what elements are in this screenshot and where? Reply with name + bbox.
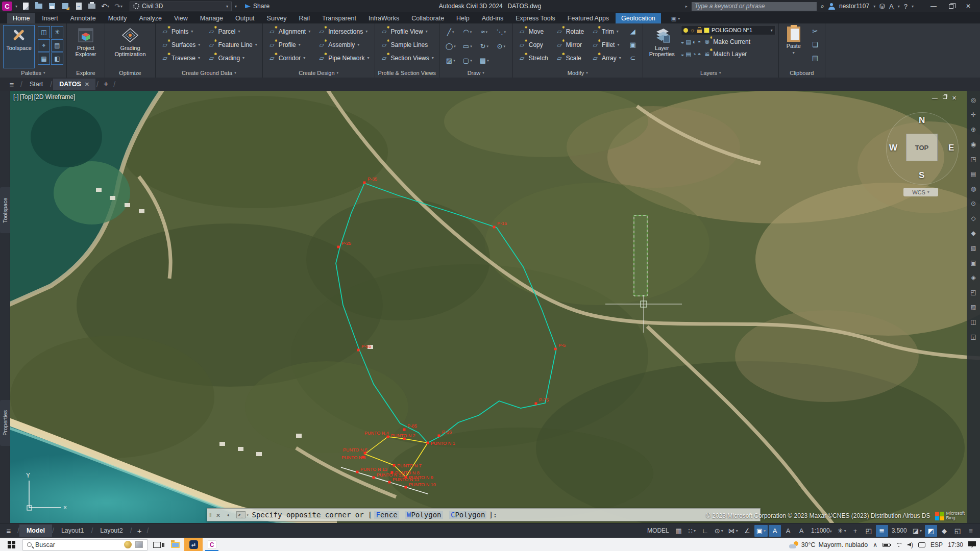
viewcube-north[interactable]: N	[919, 115, 925, 126]
cut-button[interactable]: ✂	[808, 25, 822, 38]
vp-minimize-icon[interactable]: —	[932, 95, 938, 102]
civil3d-taskbar-button[interactable]: C	[203, 538, 221, 551]
panel-label-create-ground-data[interactable]: Create Ground Data▾	[156, 68, 262, 78]
ellipse-button[interactable]: ⊙▾	[493, 39, 509, 53]
annotation-monitor[interactable]: +	[849, 525, 862, 537]
ribbon-tab-view[interactable]: View	[168, 13, 193, 23]
survey-toggle[interactable]: ⌖	[38, 39, 50, 52]
elevation-value[interactable]: 3.500	[889, 527, 910, 534]
ribbon-tab-home[interactable]: Home	[7, 13, 35, 23]
prospector-toggle[interactable]: ◫	[38, 26, 50, 38]
file-tab-datos[interactable]: DATOS ✕	[53, 79, 95, 90]
showmotion-icon[interactable]: ◳	[968, 154, 978, 164]
psv-profile-view-button[interactable]: ▱Profile View▾	[378, 25, 436, 38]
design-intersections-button[interactable]: ▱Intersections▾	[315, 25, 371, 38]
calculator-toggle[interactable]: ▦	[38, 53, 50, 65]
panel-label-layers[interactable]: Layers▾	[643, 68, 778, 78]
new-layout-button[interactable]: +	[132, 527, 147, 535]
file-tabs-menu-icon[interactable]: ≡	[4, 79, 19, 89]
ribbon-tab-geolocation[interactable]: Geolocation	[616, 13, 661, 23]
design-profile-button[interactable]: ▱Profile▾	[266, 38, 312, 51]
workspace-dropdown[interactable]: Civil 3D ▾	[130, 2, 232, 11]
command-line-customize-icon[interactable]: ✦	[223, 511, 233, 518]
hatch-tool-icon[interactable]: ▨	[968, 302, 978, 312]
screen-cast-icon[interactable]	[918, 542, 925, 547]
copy-clip-button[interactable]: ❏	[808, 38, 822, 51]
design-corridor-button[interactable]: ▱Corridor▾	[266, 52, 312, 64]
globe-icon[interactable]: ◍	[968, 184, 978, 194]
command-keyword-wpolygon[interactable]: WPolygon	[405, 511, 443, 519]
start-button[interactable]	[0, 538, 22, 551]
capture-icon[interactable]: ◲	[968, 332, 978, 342]
ribbon-tab-featured-apps[interactable]: Featured Apps	[562, 13, 615, 23]
ground-parcel-button[interactable]: ▱Parcel▾	[205, 25, 259, 38]
snap-mode[interactable]: ∷▾	[686, 525, 698, 537]
toolbox-toggle[interactable]: ▤	[51, 39, 63, 52]
share-button[interactable]: Share	[245, 3, 270, 10]
quick-properties[interactable]: ◪▾	[911, 525, 924, 537]
annotation-scale-flag[interactable]: A	[795, 525, 807, 537]
modify-array-button[interactable]: ▱Array▾	[589, 52, 623, 64]
surface-elevation[interactable]: ≣	[876, 525, 888, 537]
properties-side-tab[interactable]: Properties	[0, 400, 10, 446]
customization-menu[interactable]: ≡	[965, 525, 977, 537]
redo-button[interactable]: ↷▾	[113, 1, 124, 11]
close-tab-icon[interactable]: ✕	[85, 81, 89, 88]
taskbar-search-input[interactable]: Buscar	[22, 539, 148, 550]
layout1-tab[interactable]: Layout1	[54, 524, 91, 537]
panel-label-modify[interactable]: Modify▾	[513, 68, 643, 78]
annotation-autoscale[interactable]: A	[782, 525, 794, 537]
modify-stretch-button[interactable]: ▱Stretch	[516, 52, 550, 64]
ribbon-tab-transparent[interactable]: Transparent	[316, 13, 362, 23]
ground-grading-button[interactable]: ▱Grading▾	[205, 52, 259, 64]
ribbon-tab-survey[interactable]: Survey	[261, 13, 292, 23]
lock-ui[interactable]: ◩	[925, 525, 937, 537]
target-icon[interactable]: ◫	[968, 317, 978, 327]
polyline-button[interactable]: ↻▾	[476, 39, 493, 53]
minimize-button[interactable]: —	[925, 0, 942, 12]
revision-cloud-button[interactable]: ≈▾	[476, 25, 493, 39]
erase-button[interactable]: ◢	[626, 25, 640, 38]
construction-line-button[interactable]: ⋱▾	[493, 25, 509, 39]
search-icon[interactable]: ⌕	[821, 2, 824, 10]
volume-icon[interactable]: )	[908, 541, 913, 548]
toolspace-button[interactable]: Toolspace	[3, 25, 35, 68]
modify-trim-button[interactable]: ▱Trim▾	[589, 25, 623, 38]
arc-button[interactable]: ◠▾	[459, 25, 476, 39]
layer-properties-button[interactable]: Layer Properties	[646, 25, 678, 68]
teamviewer-button[interactable]: ⇄	[184, 538, 203, 551]
rectangle-button[interactable]: ▭▾	[459, 39, 476, 53]
polar-tracking[interactable]: ⊙▾	[713, 525, 725, 537]
workspace-switching[interactable]: ✳▾	[836, 525, 848, 537]
ribbon-tab-manage[interactable]: Manage	[194, 13, 229, 23]
ribbon-tab-collaborate[interactable]: Collaborate	[406, 13, 450, 23]
ground-surfaces-button[interactable]: ▱Surfaces▾	[159, 38, 202, 51]
ground-feature-line-button[interactable]: ▱Feature Line▾	[205, 38, 259, 51]
modify-copy-button[interactable]: ▱Copy	[516, 38, 550, 51]
modify-fillet-button[interactable]: ▱Fillet▾	[589, 38, 623, 51]
viewcube-top-face[interactable]: TOP	[906, 134, 938, 161]
command-input[interactable]: >_ ▾ Specify opposite corner or [Fence W…	[233, 509, 760, 521]
ortho-mode[interactable]: ∟	[699, 525, 712, 537]
viewcube-east[interactable]: E	[948, 143, 954, 153]
annotation-visibility[interactable]: A	[769, 525, 781, 537]
panorama-toggle[interactable]: ◧	[51, 53, 63, 65]
layout2-tab[interactable]: Layout2	[93, 524, 130, 537]
battery-icon[interactable]	[883, 543, 890, 547]
command-line-close-icon[interactable]: ✕	[213, 511, 224, 519]
command-keyword-cpolygon[interactable]: CPolygon	[449, 511, 486, 519]
close-button[interactable]: ✕	[960, 0, 977, 12]
viewport-menu-control[interactable]: [-]	[13, 93, 19, 101]
command-keyword-fence[interactable]: Fence	[374, 511, 399, 519]
modify-mirror-button[interactable]: ▱Mirror	[553, 38, 586, 51]
grid-display[interactable]: ▦	[673, 525, 685, 537]
layer-dropdown[interactable]: ☼ POLIGONO N°1 ▾	[681, 25, 775, 35]
hidden-icons-button[interactable]: ∧	[873, 541, 877, 548]
object-snap-tracking[interactable]: ∠	[741, 525, 753, 537]
make-current-button[interactable]: ◒ ▤ ◐ ◓ ⊜ Make Current	[681, 36, 775, 47]
measure-icon[interactable]: ◈	[968, 272, 978, 283]
hatch-button[interactable]: ▨▾	[443, 54, 459, 67]
project-explorer-button[interactable]: Project Explorer	[70, 25, 102, 68]
ribbon-tab-add-ins[interactable]: Add-ins	[476, 13, 509, 23]
paste-button[interactable]: Paste ▾	[782, 25, 805, 68]
